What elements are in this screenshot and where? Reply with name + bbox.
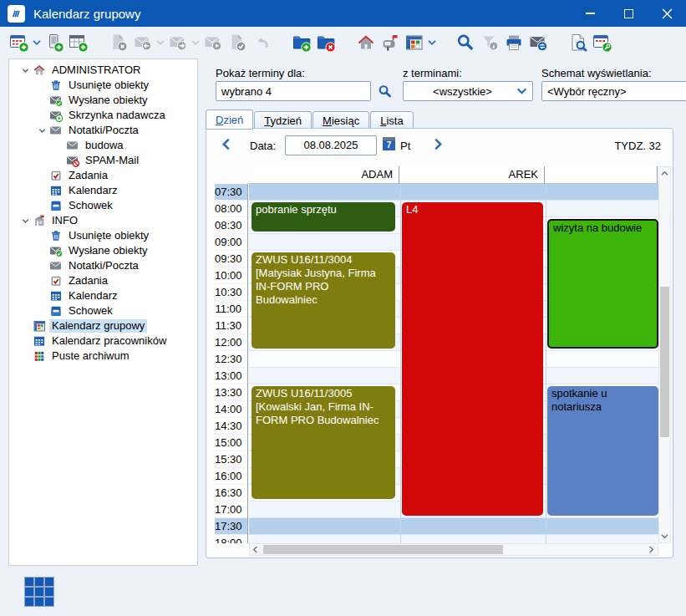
grid-row-1730[interactable] <box>249 518 658 535</box>
tree-item-label: Zadania <box>66 274 110 288</box>
apps-grid-cell <box>35 588 43 596</box>
delete-folder-button[interactable] <box>313 30 338 55</box>
tree-item-kalendarz-pracownik-w[interactable]: Kalendarz pracowników <box>9 333 197 349</box>
tree-item-schowek[interactable]: Schowek <box>9 303 197 318</box>
new-folder-button[interactable] <box>289 30 313 55</box>
new-phone-note-button[interactable] <box>42 30 66 55</box>
tree-item-skrzynka-nadawcza[interactable]: Skrzynka nadawcza <box>9 108 197 123</box>
minimize-button[interactable] <box>571 0 609 27</box>
home-button[interactable] <box>353 30 378 55</box>
calendar-views-button[interactable] <box>402 30 426 55</box>
expander-chevron-icon[interactable] <box>18 216 33 226</box>
weekday-label: Pt <box>400 140 410 152</box>
tree-item-notatki-poczta[interactable]: Notatki/Poczta <box>9 123 197 138</box>
tree-item-label: SPAM-Mail <box>83 154 141 167</box>
date-value: 08.08.2025 <box>303 139 358 151</box>
search-button[interactable] <box>453 30 477 55</box>
tree-item-administrator[interactable]: ADMINISTRATOR <box>9 63 197 78</box>
minimize-icon <box>586 13 595 14</box>
prev-day-button[interactable] <box>218 136 233 151</box>
close-button[interactable] <box>648 0 686 27</box>
calendar-views-dropdown-chevron-icon[interactable] <box>426 30 437 55</box>
show-for-input[interactable]: wybrano 4 <box>216 81 371 101</box>
time-label: 11:30 <box>215 318 247 334</box>
vertical-scrollbar[interactable] <box>658 166 671 543</box>
mail-icon <box>66 139 79 152</box>
tree-item-spam-mail[interactable]: SPAM-Mail <box>9 153 197 168</box>
scroll-up-icon[interactable] <box>659 168 670 179</box>
tree-item-wys-ane-obiekty[interactable]: Wysłane obiekty <box>9 243 197 258</box>
tab-week[interactable]: Tydzień <box>254 111 312 130</box>
column-header-arek: AREK <box>399 166 545 184</box>
horizontal-scrollbar[interactable] <box>249 543 658 556</box>
apps-grid-cell <box>25 588 33 596</box>
maximize-button[interactable] <box>609 0 648 27</box>
tree-item-label: Kalendarz <box>66 184 120 197</box>
scroll-right-icon[interactable] <box>646 544 657 555</box>
vertical-scroll-thumb[interactable] <box>660 287 669 437</box>
tree-item-usuni-te-obiekty[interactable]: Usunięte obiekty <box>9 228 197 243</box>
calendar-header: ADAMAREK <box>248 166 658 184</box>
tree-item-budowa[interactable]: budowa <box>9 138 197 153</box>
scroll-down-icon[interactable] <box>659 531 670 542</box>
tab-list[interactable]: Lista <box>370 111 413 130</box>
time-gutter: 07:3008:0008:3009:0009:3010:0010:3011:00… <box>215 184 248 543</box>
tree-item-wys-ane-obiekty[interactable]: Wysłane obiekty <box>9 93 197 108</box>
new-appointment-button[interactable] <box>7 30 31 55</box>
expander-chevron-icon[interactable] <box>18 66 33 75</box>
calendar-event[interactable]: pobranie sprzętu <box>252 202 395 232</box>
calendar-event[interactable]: L4 <box>402 202 543 516</box>
employee-search-button[interactable] <box>374 81 394 101</box>
tree-item-kalendarz[interactable]: Kalendarz <box>9 288 197 303</box>
print-button[interactable] <box>501 30 526 55</box>
grid-row-0730[interactable] <box>249 184 658 201</box>
mailbox-button[interactable] <box>378 30 402 55</box>
date-picker-icon[interactable]: 7 <box>383 137 395 150</box>
new-appointment-dropdown-chevron-icon[interactable] <box>31 30 42 55</box>
calendar-event[interactable]: ZWUS U16/11/3005 [Kowalski Jan, Firma IN… <box>252 386 395 499</box>
send-receive-button[interactable] <box>526 30 550 55</box>
tab-month[interactable]: Miesiąc <box>313 111 369 130</box>
column-header-adam: ADAM <box>248 166 399 184</box>
scroll-left-icon[interactable] <box>250 544 261 555</box>
reply-button <box>130 30 155 55</box>
date-input[interactable]: 08.08.2025 <box>285 135 377 155</box>
tree-item-kalendarz[interactable]: Kalendarz <box>9 183 197 198</box>
tasks-icon <box>49 169 63 182</box>
calendar-event[interactable]: spotkanie u notariusza <box>547 386 658 516</box>
display-scheme-select[interactable]: <Wybór ręczny> <box>541 81 686 101</box>
time-label: 15:30 <box>215 451 247 468</box>
calendar-grid[interactable]: pobranie sprzętuZWUS U16/11/3004 [Matysi… <box>249 184 658 543</box>
tree-item-usuni-te-obiekty[interactable]: Usunięte obiekty <box>9 78 197 93</box>
horizontal-scroll-thumb[interactable] <box>263 545 503 554</box>
calendar-event[interactable]: wizyta na budowie <box>547 219 658 349</box>
new-entry-button[interactable] <box>66 30 90 55</box>
apps-grid-cell <box>45 578 53 586</box>
show-for-label: Pokaż terminy dla: <box>216 67 305 79</box>
tree-item-label: Zadania <box>66 169 110 182</box>
grid-row-1800[interactable] <box>249 535 658 543</box>
tree-item-kalendarz-grupowy[interactable]: Kalendarz grupowy <box>9 318 197 333</box>
calendar-event[interactable]: ZWUS U16/11/3004 [Matysiak Justyna, Firm… <box>252 252 395 349</box>
column-divider <box>546 184 546 543</box>
app-logo-icon <box>8 5 25 23</box>
apps-grid-button[interactable] <box>25 578 55 608</box>
calendar-settings-button[interactable] <box>590 30 614 55</box>
tree-item-info[interactable]: INFO <box>9 213 197 228</box>
tree-item-schowek[interactable]: Schowek <box>9 198 197 213</box>
next-day-button[interactable] <box>430 136 445 151</box>
tree-item-notatki-poczta[interactable]: Notatki/Poczta <box>9 258 197 273</box>
doc-x-icon <box>109 33 129 53</box>
print-preview-button[interactable] <box>566 30 590 55</box>
mail-spam-icon <box>66 154 79 167</box>
mail-sync-icon <box>528 33 548 53</box>
mark-done-button <box>225 30 249 55</box>
tree-item-puste-archiwum[interactable]: Puste archiwum <box>9 349 197 364</box>
tree-item-zadania[interactable]: Zadania <box>9 273 197 288</box>
with-appointments-select[interactable]: <wszystkie> <box>403 81 533 101</box>
expander-chevron-icon[interactable] <box>34 126 49 135</box>
mail-play-icon <box>203 33 223 53</box>
mail-check-icon <box>49 94 63 107</box>
tab-day[interactable]: Dzień <box>206 109 253 130</box>
tree-item-zadania[interactable]: Zadania <box>9 168 197 183</box>
